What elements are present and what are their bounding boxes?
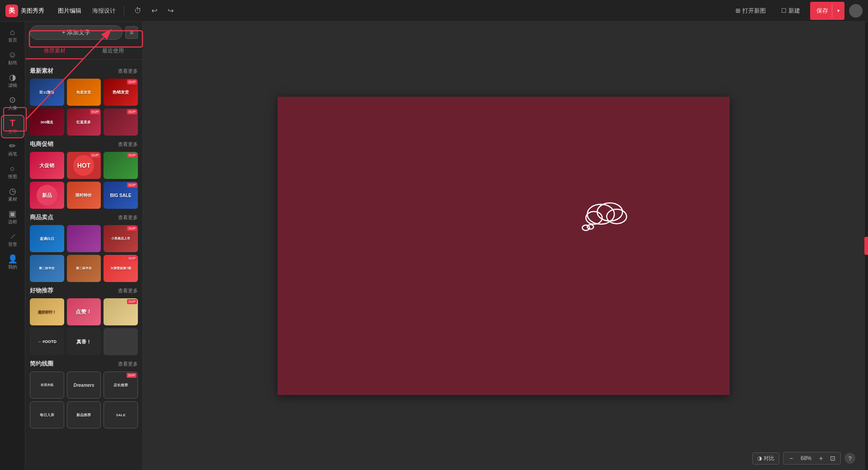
list-item[interactable]: 第二杯半价 <box>67 255 101 282</box>
panel-content: 最新素材 查看更多 双11预售 热卖发货 SVP 热销发货 300领走 S <box>25 60 142 470</box>
list-item[interactable]: SVP <box>104 298 138 325</box>
fit-btn[interactable]: ⊡ <box>828 453 838 463</box>
topbar-menu: 图片编辑 海报设计 <box>53 5 120 17</box>
list-item[interactable]: → #OOTD <box>30 328 64 355</box>
recommend-materials-grid: 超好好行！ 点赞！ SVP → #OOTD 真香！ <box>30 298 138 355</box>
sidebar-item-home[interactable]: ⌂ 首页 <box>2 25 24 46</box>
cutout-icon: ○ <box>10 164 15 173</box>
svp-badge: SVP <box>127 226 137 231</box>
help-btn[interactable]: ? <box>844 453 855 464</box>
add-text-btn[interactable]: + 添加文字 <box>30 25 123 40</box>
list-item[interactable]: SVP 店长推荐 <box>104 371 138 399</box>
list-item[interactable]: SVP 热销发货 <box>104 79 138 106</box>
undo-btn[interactable]: ↩ <box>148 5 160 17</box>
list-item[interactable]: 300领走 <box>30 108 64 136</box>
section-recommend-header: 好物推荐 查看更多 <box>30 287 138 295</box>
sidebar-item-sticker[interactable]: ☺ 贴纸 <box>2 48 24 69</box>
section-simple-more[interactable]: 查看更多 <box>118 361 138 367</box>
topbar: 美 美图秀秀 图片编辑 海报设计 ⏱ ↩ ↪ ⊞ 打开新图 ☐ 新建 保存 ▾ <box>0 0 868 22</box>
new-btn[interactable]: ☐ 新建 <box>776 5 806 17</box>
app-logo[interactable]: 美 美图秀秀 <box>5 5 44 17</box>
sidebar-item-filter[interactable]: ◑ 滤镜 <box>2 70 24 91</box>
list-item[interactable] <box>104 328 138 355</box>
list-item[interactable]: SVP 红蓝卖多 <box>67 108 101 136</box>
topbar-right: ⊞ 打开新图 ☐ 新建 保存 ▾ <box>730 2 863 20</box>
zoom-controls: − 68% + ⊡ <box>783 452 841 465</box>
list-item[interactable]: 大促销 <box>30 152 64 179</box>
sidebar-item-bg[interactable]: ⟋ 背景 <box>2 230 24 250</box>
svp-badge: SVP <box>127 183 137 188</box>
section-product-title: 商品卖点 <box>30 213 53 221</box>
redo-btn[interactable]: ↪ <box>164 5 177 17</box>
list-item[interactable]: 欢迎光临 <box>30 371 64 399</box>
list-item[interactable]: Dreamers <box>67 371 101 399</box>
bg-icon: ⟋ <box>9 232 17 240</box>
save-btn[interactable]: 保存 ▾ <box>810 2 844 20</box>
list-item[interactable]: SVP HOT <box>67 152 101 179</box>
list-item[interactable] <box>67 225 101 252</box>
history-btn[interactable]: ⏱ <box>132 5 144 17</box>
list-item[interactable]: SVP <box>104 152 138 179</box>
list-item[interactable]: 新品 <box>30 182 64 209</box>
svp-badge: SVP <box>127 109 137 114</box>
sidebar-item-portrait[interactable]: ⊙ 人像 <box>2 93 24 114</box>
topbar-tools: ⏱ ↩ ↪ <box>132 5 177 17</box>
logo-icon: 美 <box>5 5 18 17</box>
list-item[interactable]: SALE <box>104 401 138 428</box>
add-text-bar: + 添加文字 ≡ <box>30 25 138 40</box>
save-dropdown-arrow[interactable]: ▾ <box>832 4 844 18</box>
menu-poster-design[interactable]: 海报设计 <box>88 5 120 17</box>
tab-recent[interactable]: 最近使用 <box>84 43 143 59</box>
list-item[interactable]: SVP 大牌晋级第7期 <box>104 255 138 282</box>
section-product-header: 商品卖点 查看更多 <box>30 213 138 221</box>
list-item[interactable]: 蓝调白日 <box>30 225 64 252</box>
me-icon: 👤 <box>8 255 18 263</box>
svg-point-6 <box>607 209 627 224</box>
sidebar-item-cutout[interactable]: ○ 抠图 <box>2 162 24 183</box>
list-item[interactable]: SVP 小英俊品上市 <box>104 225 138 252</box>
main-area: ⌂ 首页 ☺ 贴纸 ◑ 滤镜 ⊙ 人像 T 文字 ✏ 画笔 ○ 抠图 ◷ 素材 <box>0 22 868 470</box>
filter-sort-btn[interactable]: ≡ <box>125 26 138 39</box>
list-item[interactable]: 热卖发货 <box>67 79 101 106</box>
zoom-in-btn[interactable]: + <box>816 453 826 463</box>
new-icon: ☐ <box>781 7 787 14</box>
section-product-more[interactable]: 查看更多 <box>118 214 138 221</box>
svp-badge: SVP <box>90 109 100 114</box>
list-item[interactable]: 点赞！ <box>67 298 101 325</box>
section-latest-more[interactable]: 查看更多 <box>118 68 138 75</box>
sidebar-item-material[interactable]: ◷ 素材 <box>2 184 24 205</box>
menu-image-edit[interactable]: 图片编辑 <box>53 5 86 17</box>
zoom-value: 68% <box>798 455 814 461</box>
section-simple-title: 简约线圈 <box>30 360 53 368</box>
avatar[interactable] <box>849 4 863 18</box>
list-item[interactable]: 真香！ <box>67 328 101 355</box>
svg-point-5 <box>597 203 623 221</box>
right-panel <box>864 22 868 470</box>
tab-recommended[interactable]: 推荐素材 <box>25 43 84 59</box>
section-recommend-more[interactable]: 查看更多 <box>118 287 138 294</box>
sidebar-item-border[interactable]: ▣ 边框 <box>2 207 24 228</box>
section-simple-header: 简约线圈 查看更多 <box>30 360 138 368</box>
list-item[interactable]: 第二杯半价 <box>30 255 64 282</box>
icon-sidebar: ⌂ 首页 ☺ 贴纸 ◑ 滤镜 ⊙ 人像 T 文字 ✏ 画笔 ○ 抠图 ◷ 素材 <box>0 22 25 470</box>
sidebar-item-text[interactable]: T 文字 <box>2 116 24 137</box>
section-latest-header: 最新素材 查看更多 <box>30 67 138 75</box>
section-ecommerce-more[interactable]: 查看更多 <box>118 141 138 148</box>
list-item[interactable]: 超好好行！ <box>30 298 64 325</box>
list-item[interactable]: SVP BIG SALE <box>104 182 138 209</box>
open-new-btn[interactable]: ⊞ 打开新图 <box>730 5 771 17</box>
app-name: 美图秀秀 <box>21 7 44 15</box>
list-item[interactable]: 限时特价 <box>67 182 101 209</box>
right-edge-tab[interactable] <box>864 237 868 255</box>
zoom-out-btn[interactable]: − <box>786 453 796 463</box>
border-icon: ▣ <box>9 210 16 218</box>
svp-badge: SVP <box>90 153 100 158</box>
list-item[interactable]: 每日入库 <box>30 401 64 428</box>
list-item[interactable]: 双11预售 <box>30 79 64 106</box>
list-item[interactable]: SVP <box>104 108 138 136</box>
canvas[interactable] <box>278 97 730 395</box>
sidebar-item-me[interactable]: 👤 我的 <box>2 252 24 273</box>
contrast-btn[interactable]: ◑ 对比 <box>752 452 779 465</box>
sidebar-item-paint[interactable]: ✏ 画笔 <box>2 139 24 160</box>
list-item[interactable]: 新品推荐 <box>67 401 101 428</box>
